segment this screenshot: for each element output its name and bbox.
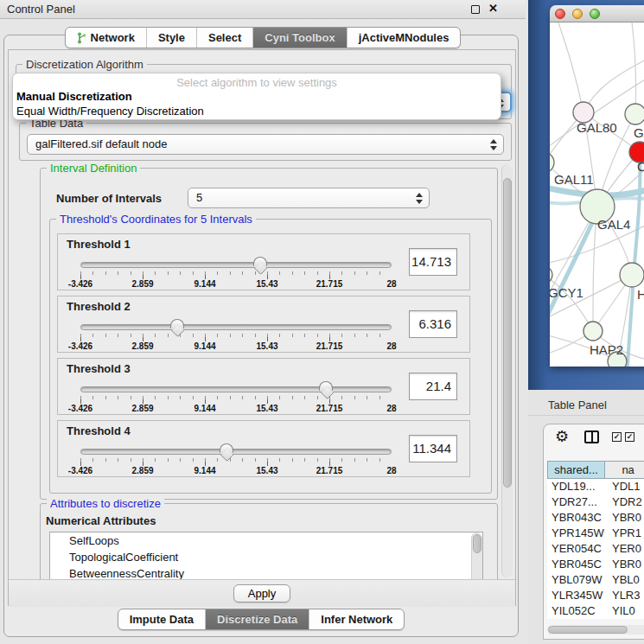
table-panel: Table Panel ⚙ ✓ ✓ shared... na YDL19...Y…: [528, 390, 644, 644]
checkbox-icon[interactable]: ✓: [625, 432, 634, 442]
control-panel-titlebar: Control Panel ✕: [0, 0, 526, 19]
node-label: C: [637, 159, 644, 174]
column-header-shared-name[interactable]: shared...: [547, 461, 605, 479]
apply-button[interactable]: Apply: [233, 584, 291, 603]
tab-cyni-toolbox[interactable]: Cyni Toolbox: [252, 28, 346, 48]
threshold-panel-3: Threshold 3 -3.426 2.859 9.144: [57, 358, 470, 415]
table-data-combobox[interactable]: galFiltered.sif default node: [27, 134, 504, 155]
network-window-titlebar[interactable]: [550, 5, 644, 22]
table-row[interactable]: YIL052CYIL0: [547, 603, 644, 619]
numerical-attributes-label: Numerical Attributes: [46, 514, 156, 527]
table-row[interactable]: YPR145WYPR1: [547, 526, 644, 541]
zoom-window-icon[interactable]: [590, 9, 600, 19]
threshold-label: Threshold 4: [67, 424, 131, 437]
network-node[interactable]: [625, 104, 644, 124]
thresholds-group: Threshold's Coordinates for 5 Intervals …: [49, 219, 492, 494]
list-item[interactable]: SelfLoops: [50, 532, 482, 549]
discretize-data-pane: Discretization Algorithm Select algorith…: [8, 49, 516, 606]
column-header-name[interactable]: na: [605, 461, 644, 479]
slider-scale-labels: -3.426 2.859 9.144 15.43 21.715 28: [80, 404, 392, 414]
thresholds-group-title: Threshold's Coordinates for 5 Intervals: [56, 213, 256, 226]
slider-ticks: [80, 271, 392, 279]
table-panel-titlebar: Table Panel: [528, 392, 644, 416]
algorithm-group-title: Discretization Algorithm: [22, 58, 147, 71]
threshold-value-field[interactable]: 6.316: [409, 310, 457, 338]
slider-track[interactable]: [80, 449, 392, 455]
table-row[interactable]: YDR27...YDR2: [547, 494, 644, 510]
slider-thumb[interactable]: [220, 443, 233, 453]
attributes-group-title: Attributes to discretize: [47, 497, 164, 510]
table-row[interactable]: YDL19...YDL1: [547, 479, 644, 494]
slider-track[interactable]: [80, 262, 392, 268]
tab-impute-data[interactable]: Impute Data: [118, 609, 205, 629]
tab-network[interactable]: Network: [66, 28, 146, 48]
slider-track[interactable]: [80, 386, 392, 392]
table-row[interactable]: YBL079WYBL0: [547, 572, 644, 588]
threshold-value-field[interactable]: 21.4: [409, 373, 457, 400]
table-row[interactable]: YER054CYER0: [547, 541, 644, 557]
tab-style[interactable]: Style: [146, 28, 196, 48]
settings-scroll-area: Interval Definition Number of Intervals …: [16, 164, 501, 579]
network-node[interactable]: [583, 322, 603, 341]
gear-icon[interactable]: ⚙: [555, 427, 569, 446]
interval-definition-title: Interval Definition: [47, 164, 140, 175]
network-canvas[interactable]: GAL80GAGAL11CGAL4GCY1HHAP2: [550, 22, 644, 367]
dropdown-placeholder: Select algorithm to view settings: [13, 76, 501, 89]
slider-scale-labels: -3.426 2.859 9.144 21.715 15.43 28: [80, 466, 392, 476]
table-row[interactable]: YBR045CYBR0: [547, 557, 644, 572]
close-window-icon[interactable]: [555, 9, 565, 19]
tab-infer-network[interactable]: Infer Network: [309, 609, 404, 629]
tab-jactivemnodules[interactable]: jActiveMNodules: [347, 28, 461, 48]
minimize-window-icon[interactable]: [572, 9, 583, 19]
stepper-arrows-icon: [415, 192, 423, 205]
node-label: H: [637, 287, 644, 302]
list-scrollbar[interactable]: [471, 532, 482, 579]
tab-select[interactable]: Select: [196, 28, 252, 48]
node-label: GCY1: [550, 285, 583, 300]
bottom-tabbar: Impute Data Discretize Data Infer Networ…: [4, 609, 518, 630]
panel-title: Control Panel: [7, 3, 75, 16]
slider-thumb[interactable]: [170, 319, 184, 328]
control-panel-tabbar: Network Style Select Cyni Toolbox jActiv…: [0, 27, 526, 48]
node-label: GA: [634, 125, 644, 140]
threshold-slider[interactable]: -3.426 2.859 9.144 15.43 21.715 28: [80, 383, 392, 416]
float-window-icon[interactable]: [471, 5, 480, 14]
slider-thumb[interactable]: [319, 381, 333, 391]
threshold-slider[interactable]: -3.426 2.859 9.144 21.715 15.43 28: [80, 445, 392, 478]
node-label: GAL80: [577, 120, 617, 135]
settings-vertical-scrollbar[interactable]: [501, 164, 513, 577]
threshold-label: Threshold 3: [67, 362, 131, 375]
threshold-panel-1: Threshold 1 -3.426 2.859 9.144: [57, 233, 470, 290]
algorithm-dropdown-popup: Select algorithm to view settings Manual…: [12, 73, 501, 120]
list-item[interactable]: BetweennessCentrality: [50, 565, 482, 579]
threshold-slider[interactable]: -3.426 2.859 9.144 15.43 21.715 28: [80, 258, 392, 291]
checkbox-icon[interactable]: ✓: [612, 432, 622, 442]
slider-track[interactable]: [80, 324, 392, 330]
table-row[interactable]: YBR043CYBR0: [547, 510, 644, 526]
threshold-value-field[interactable]: 14.713: [409, 248, 457, 276]
slider-ticks: [80, 458, 392, 466]
network-view-window[interactable]: GAL80GAGAL11CGAL4GCY1HHAP2: [550, 5, 644, 367]
threshold-slider[interactable]: -3.426 2.859 9.144 15.43 21.715 28: [80, 321, 392, 354]
slider-thumb[interactable]: [253, 257, 267, 266]
table-columns-icon[interactable]: [584, 430, 599, 443]
network-icon: [77, 32, 86, 44]
threshold-label: Threshold 2: [67, 300, 131, 313]
num-intervals-combobox[interactable]: 5: [188, 188, 430, 208]
network-node[interactable]: [620, 263, 644, 287]
list-item[interactable]: TopologicalCoefficient: [50, 549, 482, 565]
tab-discretize-data[interactable]: Discretize Data: [205, 609, 309, 629]
node-table: shared... na YDL19...YDL1 YDR27...YDR2 Y…: [547, 461, 644, 621]
table-row[interactable]: YLR345WYLR3: [547, 588, 644, 603]
threshold-label: Threshold 1: [67, 238, 131, 251]
dropdown-option-equal-width[interactable]: Equal Width/Frequency Discretization: [13, 104, 501, 118]
cyni-toolbox-pane: Discretization Algorithm Select algorith…: [3, 35, 519, 637]
threshold-value-field[interactable]: 11.344: [409, 435, 457, 462]
threshold-panel-4: Threshold 4 -3.426 2.859 9.144: [57, 420, 470, 477]
node-label: GAL4: [597, 217, 630, 232]
close-icon[interactable]: ✕: [488, 2, 498, 15]
table-horizontal-scrollbar[interactable]: [547, 625, 644, 634]
slider-ticks: [80, 334, 392, 341]
dropdown-option-manual[interactable]: Manual Discretization: [13, 89, 501, 104]
interval-definition-group: Interval Definition Number of Intervals …: [40, 168, 498, 500]
